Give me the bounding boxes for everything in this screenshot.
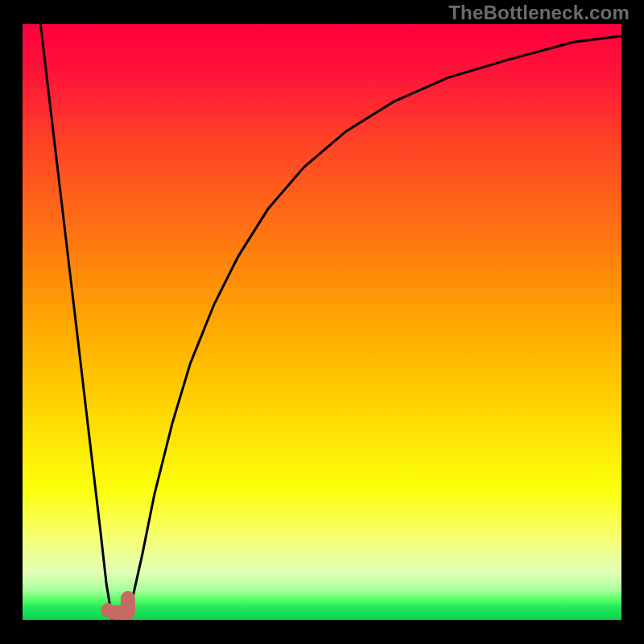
watermark-text: TheBottleneck.com <box>448 2 630 24</box>
bottleneck-chart <box>0 0 644 644</box>
gradient-background <box>23 24 621 620</box>
chart-frame: TheBottleneck.com <box>0 0 644 644</box>
